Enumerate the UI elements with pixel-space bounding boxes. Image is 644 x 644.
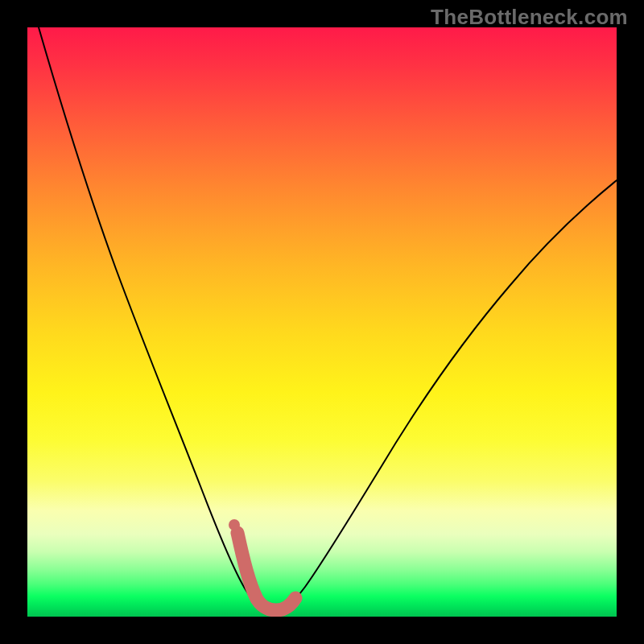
- trough-highlight: [237, 533, 295, 610]
- watermark-text: TheBottleneck.com: [431, 5, 628, 30]
- chart-frame: TheBottleneck.com: [0, 0, 644, 644]
- bottleneck-curve: [39, 27, 617, 611]
- curve-marker-dot: [229, 519, 240, 530]
- plot-area: [27, 27, 617, 617]
- chart-svg: [27, 27, 617, 617]
